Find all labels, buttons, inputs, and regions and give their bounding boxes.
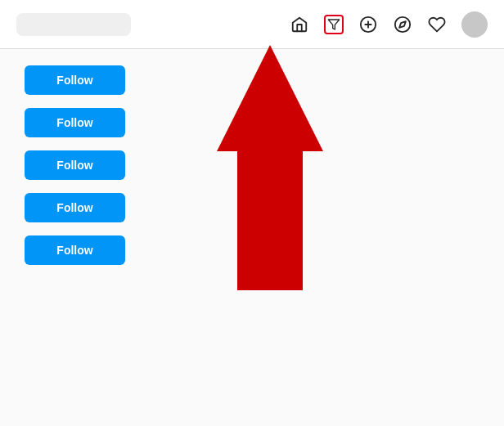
- header: [0, 0, 504, 49]
- compass-icon[interactable]: [393, 15, 412, 34]
- follow-button-1[interactable]: Follow: [25, 65, 125, 95]
- follow-button-4[interactable]: Follow: [25, 193, 125, 222]
- follow-item-1: Follow: [25, 65, 237, 95]
- follow-item-5: Follow: [25, 235, 237, 265]
- svg-marker-0: [328, 20, 339, 29]
- follow-button-5[interactable]: Follow: [25, 235, 125, 265]
- follow-item-4: Follow: [25, 193, 237, 222]
- svg-marker-5: [399, 21, 406, 28]
- follow-button-3[interactable]: Follow: [25, 150, 125, 180]
- filter-icon[interactable]: [324, 15, 344, 34]
- search-bar[interactable]: [16, 13, 131, 36]
- sidebar: Follow Follow Follow Follow Follow: [0, 49, 237, 426]
- home-icon[interactable]: [290, 15, 309, 34]
- header-icons: [290, 11, 488, 38]
- avatar[interactable]: [461, 11, 488, 38]
- header-left: [16, 13, 131, 36]
- follow-item-3: Follow: [25, 150, 237, 180]
- add-icon[interactable]: [358, 15, 378, 34]
- right-content: [237, 49, 504, 426]
- heart-icon[interactable]: [427, 15, 447, 34]
- follow-button-2[interactable]: Follow: [25, 108, 125, 137]
- follow-item-2: Follow: [25, 108, 237, 137]
- svg-point-4: [395, 16, 410, 31]
- main-content: Follow Follow Follow Follow Follow: [0, 49, 504, 426]
